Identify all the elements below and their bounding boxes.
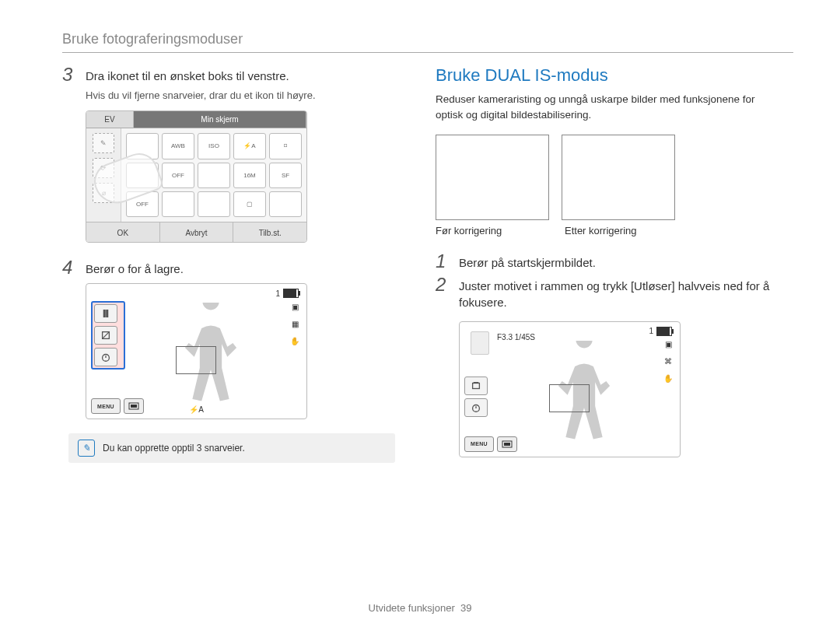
- section-description: Reduser kameraristing og unngå uskarpe b…: [436, 92, 778, 124]
- subject-silhouette: [545, 341, 623, 442]
- grid-icon[interactable]: ISO: [198, 133, 230, 159]
- hand-icon: ✋: [288, 335, 302, 346]
- step-3-subtext: Hvis du vil fjerne snarveier, drar du et…: [86, 89, 404, 103]
- grid-icon[interactable]: SF: [269, 163, 302, 188]
- step-3: 3 Dra ikonet til en ønsket boks til vens…: [62, 65, 404, 84]
- page-footer: Utvidete funksjoner 39: [0, 602, 840, 614]
- shot-counter: 1: [649, 327, 672, 336]
- before-after-labels: Før korrigering Etter korrigering: [436, 225, 778, 236]
- menu-button[interactable]: MENU: [91, 398, 121, 414]
- grid-icon[interactable]: ▢: [233, 191, 266, 217]
- reset-button[interactable]: Tilb.st.: [233, 222, 306, 243]
- before-label: Før korrigering: [436, 225, 552, 236]
- svg-rect-7: [131, 405, 137, 408]
- shortcut-slot[interactable]: ⌀: [93, 183, 114, 203]
- left-shortcut-column: [464, 377, 492, 417]
- display-mode-button[interactable]: [124, 398, 144, 414]
- flash-indicator: ⚡A: [189, 405, 204, 414]
- step-text: Berør på startskjermbildet.: [459, 252, 596, 271]
- grid-icon[interactable]: [198, 191, 230, 217]
- right-column: Bruke DUAL IS-modus Reduser kameraristin…: [436, 65, 778, 463]
- step-2: 2 Juster motivet i rammen og trykk [Utlø…: [436, 275, 778, 310]
- right-status-icons: ▣ ▦ ✋: [288, 301, 302, 346]
- step-1: 1 Berør på startskjermbildet.: [436, 252, 778, 271]
- grid-icon[interactable]: [126, 163, 159, 188]
- step-number: 2: [436, 275, 451, 310]
- grid-icon[interactable]: ⌑: [269, 133, 302, 159]
- step-text: Berør o for å lagre.: [86, 258, 184, 277]
- hand-icon: ✋: [661, 373, 675, 384]
- step-text: Juster motivet i rammen og trykk [Utløse…: [459, 275, 778, 310]
- mode-icon: ▣: [661, 339, 675, 350]
- grid-icon[interactable]: OFF: [162, 163, 194, 188]
- menu-button[interactable]: MENU: [464, 436, 494, 452]
- after-image: [562, 135, 675, 220]
- grid-icon[interactable]: [269, 191, 302, 217]
- grid-icon[interactable]: OFF: [126, 191, 159, 217]
- camera-liveview-screen: 1 MENU: [86, 283, 307, 419]
- settings-icon-grid: AWB ISO ⚡A ⌑ OFF 16M SF OFF ▢: [121, 128, 306, 222]
- mode-icon: ▣: [288, 301, 302, 312]
- shortcut-slots: ✎ ⟳ ⌀: [86, 128, 121, 222]
- af-icon: ▦: [288, 318, 302, 329]
- exposure-icon[interactable]: [94, 326, 117, 345]
- battery-icon: [656, 327, 672, 336]
- timer-off-icon[interactable]: [94, 348, 117, 366]
- exposure-readout: F3.3 1/45S: [497, 333, 535, 342]
- note-text: Du kan opprette opptil 3 snarveier.: [103, 443, 245, 454]
- step-text: Dra ikonet til en ønsket boks til venstr…: [86, 65, 289, 84]
- tab-ev[interactable]: EV: [86, 111, 134, 128]
- timer-off-icon[interactable]: [464, 398, 488, 417]
- grid-icon[interactable]: [126, 133, 159, 159]
- left-column: 3 Dra ikonet til en ønsket boks til vens…: [62, 65, 404, 463]
- breadcrumb-rule: [62, 52, 793, 53]
- grid-icon[interactable]: ⚡A: [233, 133, 266, 159]
- grid-icon[interactable]: AWB: [162, 133, 194, 159]
- grid-icon[interactable]: 16M: [233, 163, 266, 188]
- svg-rect-8: [473, 383, 480, 388]
- pause-icon[interactable]: [94, 304, 117, 323]
- step-4: 4 Berør o for å lagre.: [62, 258, 404, 277]
- shot-counter: 1: [275, 289, 299, 298]
- grid-icon[interactable]: [198, 163, 230, 188]
- camera-settings-screen: EV Min skjerm ✎ ⟳ ⌀ AWB ISO ⚡A ⌑: [86, 110, 307, 243]
- svg-rect-1: [107, 310, 108, 317]
- svg-rect-0: [103, 310, 105, 317]
- info-icon: ✎: [78, 440, 95, 457]
- camera-liveview-screen-dualis: 1 F3.3 1/45S MENU: [459, 321, 681, 457]
- info-note: ✎ Du kan opprette opptil 3 snarveier.: [68, 433, 395, 463]
- after-label: Etter korrigering: [565, 225, 681, 236]
- mode-badge: [471, 331, 489, 355]
- before-image: [436, 135, 549, 220]
- display-mode-button[interactable]: [497, 436, 517, 452]
- svg-rect-12: [504, 443, 510, 446]
- ok-button[interactable]: OK: [86, 222, 160, 243]
- step-number: 3: [62, 65, 78, 84]
- left-shortcut-column: [91, 301, 125, 370]
- grid-icon[interactable]: [162, 191, 194, 217]
- subject-silhouette: [172, 303, 250, 404]
- step-number: 4: [62, 258, 78, 277]
- before-after-row: [436, 135, 778, 220]
- svg-line-3: [103, 332, 110, 339]
- step-number: 1: [436, 252, 451, 271]
- mode-dualis-icon[interactable]: [464, 377, 488, 395]
- shortcut-slot[interactable]: ⟳: [93, 158, 114, 178]
- cancel-button[interactable]: Avbryt: [160, 222, 234, 243]
- battery-icon: [283, 289, 299, 298]
- right-status-icons: ▣ ⌘ ✋: [661, 339, 675, 384]
- shortcut-slot[interactable]: ✎: [93, 133, 114, 153]
- breadcrumb: Bruke fotograferingsmoduser: [62, 31, 793, 47]
- section-title: Bruke DUAL IS-modus: [436, 65, 778, 86]
- tab-my-screen[interactable]: Min skjerm: [134, 111, 306, 128]
- is-icon: ⌘: [661, 356, 675, 367]
